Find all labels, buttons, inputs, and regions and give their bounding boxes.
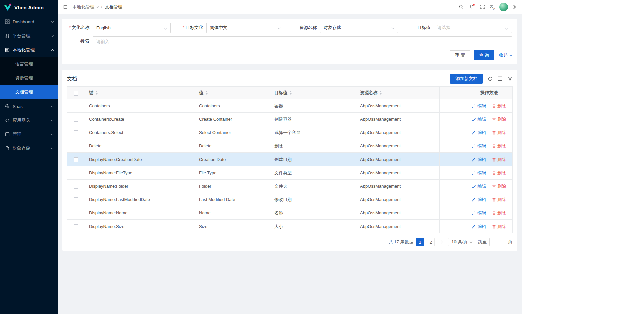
edit-button[interactable]: 编辑 bbox=[472, 197, 486, 203]
delete-button[interactable]: 删除 bbox=[492, 143, 506, 149]
avatar[interactable] bbox=[498, 0, 509, 14]
search-input[interactable] bbox=[93, 36, 512, 46]
delete-button[interactable]: 删除 bbox=[492, 210, 506, 216]
table-row[interactable]: Containers Containers 容器 AbpOssManagemen… bbox=[67, 99, 513, 113]
delete-button[interactable]: 删除 bbox=[492, 116, 506, 122]
delete-button[interactable]: 删除 bbox=[492, 197, 506, 203]
row-checkbox[interactable] bbox=[74, 184, 78, 189]
table-row[interactable]: DisplayName:FileType File Type 文件类型 AbpO… bbox=[67, 166, 513, 180]
column-height-icon[interactable] bbox=[498, 76, 502, 81]
reset-button[interactable]: 重 置 bbox=[450, 50, 471, 60]
edit-icon bbox=[472, 117, 476, 121]
jump-page-input[interactable] bbox=[489, 238, 505, 246]
delete-button[interactable]: 删除 bbox=[492, 130, 506, 136]
row-checkbox[interactable] bbox=[74, 224, 78, 229]
sidebar-subitem-language-management[interactable]: 语言管理 bbox=[0, 57, 58, 71]
resource-name-select[interactable]: 对象存储 bbox=[320, 23, 398, 33]
search-button[interactable]: 查 询 bbox=[474, 50, 494, 60]
table-row[interactable]: DisplayName:Folder Folder 文件夹 AbpOssMana… bbox=[67, 180, 513, 193]
table-row[interactable]: Containers:Create Create Container 创建容器 … bbox=[67, 113, 513, 126]
table-row[interactable]: Delete Delete 删除 AbpOssManagement 编辑 删除 bbox=[67, 139, 513, 153]
notification-icon[interactable] bbox=[466, 0, 477, 14]
target-culture-select[interactable]: 简体中文 bbox=[206, 23, 284, 33]
edit-button[interactable]: 编辑 bbox=[472, 224, 486, 230]
culture-name-select[interactable]: English bbox=[93, 23, 171, 33]
table-row[interactable]: Containers:Select Select Container 选择一个容… bbox=[67, 126, 513, 139]
page-size-select[interactable]: 10 条/页 bbox=[448, 238, 475, 246]
row-checkbox[interactable] bbox=[74, 171, 78, 175]
sort-icons[interactable] bbox=[289, 91, 292, 95]
chevron-down-icon bbox=[391, 26, 395, 30]
fullscreen-icon[interactable] bbox=[477, 0, 488, 14]
sidebar-item-saas[interactable]: Saas bbox=[0, 99, 58, 113]
collapse-toggle[interactable]: 收起 bbox=[499, 52, 512, 58]
breadcrumb-item-localization[interactable]: 本地化管理 bbox=[72, 4, 98, 10]
search-icon[interactable] bbox=[455, 0, 466, 14]
menu-collapse-icon[interactable] bbox=[60, 0, 70, 14]
chevron-down-icon bbox=[51, 20, 54, 23]
delete-button[interactable]: 删除 bbox=[492, 156, 506, 163]
pagination: 共 17 条数据 1 2 10 条/页 跳至 页 bbox=[67, 238, 513, 246]
delete-button[interactable]: 删除 bbox=[492, 170, 506, 176]
settings-gear-icon[interactable] bbox=[509, 0, 520, 14]
add-document-button[interactable]: 添加新文档 bbox=[450, 74, 483, 84]
table-settings-icon[interactable] bbox=[507, 76, 513, 81]
target-value-select[interactable]: 请选择 bbox=[434, 23, 512, 33]
row-checkbox[interactable] bbox=[74, 117, 78, 122]
cell-value: File Type bbox=[195, 166, 270, 180]
select-all-checkbox[interactable] bbox=[74, 91, 78, 96]
cell-target: 创建容器 bbox=[270, 113, 356, 126]
row-checkbox[interactable] bbox=[74, 130, 78, 135]
sidebar-item-app-gateway[interactable]: 应用网关 bbox=[0, 113, 58, 127]
header-cell-value[interactable]: 值 bbox=[195, 87, 270, 99]
chevron-up-icon bbox=[509, 54, 512, 57]
cell-resource: AbpOssManagement bbox=[356, 113, 440, 126]
edit-button[interactable]: 编辑 bbox=[472, 170, 486, 176]
app-window: Vben Admin Dashboard 平台管理 bbox=[0, 0, 522, 314]
table-row-highlighted[interactable]: DisplayName:CreationDate Creation Date 创… bbox=[67, 153, 513, 166]
edit-button[interactable]: 编辑 bbox=[472, 143, 486, 149]
select-placeholder: 请选择 bbox=[437, 25, 450, 31]
sort-icons[interactable] bbox=[205, 91, 208, 95]
edit-button[interactable]: 编辑 bbox=[472, 103, 486, 109]
table-row[interactable]: DisplayName:Name Name 名称 AbpOssManagemen… bbox=[67, 206, 513, 220]
sidebar-subitem-document-management[interactable]: 文档管理 bbox=[0, 85, 58, 99]
page-button-2[interactable]: 2 bbox=[427, 238, 435, 246]
next-page-button[interactable] bbox=[437, 238, 445, 246]
row-checkbox[interactable] bbox=[74, 211, 78, 215]
header-cell-resource[interactable]: 资源名称 bbox=[356, 87, 440, 99]
table-row[interactable]: DisplayName:Size Size 大小 AbpOssManagemen… bbox=[67, 220, 513, 233]
page-button-1[interactable]: 1 bbox=[416, 238, 424, 246]
sort-icons[interactable] bbox=[379, 91, 382, 95]
edit-button[interactable]: 编辑 bbox=[472, 116, 486, 122]
edit-button[interactable]: 编辑 bbox=[472, 210, 486, 216]
cell-resource: AbpOssManagement bbox=[356, 126, 440, 139]
row-checkbox[interactable] bbox=[74, 104, 78, 108]
sort-icons[interactable] bbox=[95, 91, 98, 95]
cell-resource: AbpOssManagement bbox=[356, 139, 440, 153]
header-cell-key[interactable]: 键 bbox=[85, 87, 195, 99]
sidebar-item-object-storage[interactable]: 对象存储 bbox=[0, 141, 58, 155]
row-checkbox[interactable] bbox=[74, 157, 78, 162]
sidebar-item-localization-management[interactable]: 本地化管理 bbox=[0, 43, 58, 57]
refresh-icon[interactable] bbox=[488, 76, 493, 81]
header-cell-target[interactable]: 目标值 bbox=[270, 87, 356, 99]
row-checkbox[interactable] bbox=[74, 144, 78, 148]
filter-panel: 文化名称 English 目标文化 简体中文 bbox=[62, 19, 517, 64]
logo[interactable]: Vben Admin bbox=[0, 0, 58, 15]
sidebar-item-dashboard[interactable]: Dashboard bbox=[0, 15, 58, 29]
delete-button[interactable]: 删除 bbox=[492, 183, 506, 189]
edit-button[interactable]: 编辑 bbox=[472, 183, 486, 189]
sidebar-item-platform-management[interactable]: 平台管理 bbox=[0, 29, 58, 43]
table-row[interactable]: DisplayName:LastModifiedDate Last Modifi… bbox=[67, 193, 513, 206]
edit-button[interactable]: 编辑 bbox=[472, 130, 486, 136]
row-checkbox[interactable] bbox=[74, 197, 78, 202]
sidebar-item-management[interactable]: 管理 bbox=[0, 127, 58, 141]
sidebar-subitem-resource-management[interactable]: 资源管理 bbox=[0, 71, 58, 85]
delete-icon bbox=[492, 171, 496, 175]
delete-button[interactable]: 删除 bbox=[492, 224, 506, 230]
translate-icon[interactable]: 文A bbox=[488, 0, 498, 14]
logo-icon bbox=[3, 3, 12, 12]
delete-button[interactable]: 删除 bbox=[492, 103, 506, 109]
edit-button[interactable]: 编辑 bbox=[472, 156, 486, 163]
